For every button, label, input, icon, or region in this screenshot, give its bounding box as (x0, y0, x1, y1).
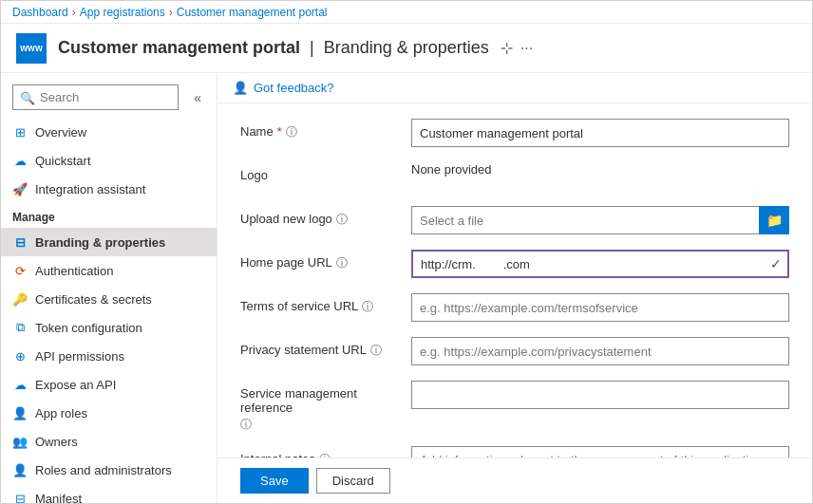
sidebar-label-certificates: Certificates & secrets (35, 292, 152, 307)
app-roles-icon: 👤 (12, 405, 28, 420)
sidebar-label-manifest: Manifest (35, 492, 82, 504)
form-row-service-mgmt: Service management reference ⓘ (240, 381, 789, 433)
sidebar-label-authentication: Authentication (35, 264, 113, 278)
owners-icon: 👥 (12, 434, 28, 449)
app-icon: www (16, 33, 47, 64)
feedback-bar: 👤 Got feedback? (217, 73, 812, 103)
sidebar-item-roles-admin[interactable]: 👤 Roles and administrators (1, 456, 217, 484)
manage-section-label: Manage (1, 203, 217, 228)
search-input[interactable] (12, 84, 179, 110)
breadcrumb: Dashboard › App registrations › Customer… (1, 1, 812, 24)
label-name: Name * ⓘ (240, 119, 411, 140)
upload-logo-input[interactable] (411, 206, 759, 234)
section-title: Branding & properties (324, 38, 489, 58)
label-terms-url: Terms of service URL ⓘ (240, 293, 411, 315)
terms-url-input[interactable] (411, 293, 789, 322)
page-title: Customer management portal (58, 38, 300, 58)
certificates-icon: 🔑 (12, 291, 28, 307)
expose-api-icon: ☁ (12, 377, 28, 392)
search-icon: 🔍 (20, 90, 35, 104)
breadcrumb-app-registrations[interactable]: App registrations (80, 6, 165, 19)
sidebar-item-quickstart[interactable]: ☁ Quickstart (1, 146, 217, 175)
pin-icon[interactable]: ⊹ (501, 39, 513, 57)
content-area: 👤 Got feedback? Name * ⓘ (217, 73, 812, 503)
api-permissions-icon: ⊕ (12, 348, 28, 364)
form-row-homepage-url: Home page URL ⓘ ✓ (240, 250, 789, 280)
search-container: 🔍 (12, 84, 179, 110)
control-homepage-url: ✓ (411, 250, 789, 278)
integration-icon: 🚀 (12, 181, 28, 196)
folder-icon: 📁 (766, 213, 783, 228)
overview-icon: ⊞ (12, 124, 28, 140)
sidebar-item-app-roles[interactable]: 👤 App roles (1, 399, 217, 427)
terms-info-icon[interactable]: ⓘ (362, 299, 373, 315)
name-info-icon[interactable]: ⓘ (286, 124, 297, 140)
authentication-icon: ⟳ (12, 263, 28, 278)
logo-value: None provided (411, 157, 492, 177)
sidebar-item-api-permissions[interactable]: ⊕ API permissions (1, 342, 217, 370)
save-button[interactable]: Save (240, 468, 309, 494)
branding-icon: ⊟ (12, 234, 28, 250)
feedback-icon: 👤 (233, 81, 248, 95)
sidebar-item-overview[interactable]: ⊞ Overview (1, 118, 217, 146)
form-row-privacy-url: Privacy statement URL ⓘ (240, 337, 789, 367)
sidebar-item-certificates[interactable]: 🔑 Certificates & secrets (1, 285, 217, 313)
form-row-upload-logo: Upload new logo ⓘ 📁 (240, 206, 789, 236)
sidebar: 🔍 « ⊞ Overview ☁ Quickstart 🚀 Integratio… (1, 73, 217, 503)
privacy-url-input[interactable] (411, 337, 789, 365)
sidebar-item-integration[interactable]: 🚀 Integration assistant (1, 175, 217, 203)
sidebar-item-owners[interactable]: 👥 Owners (1, 427, 217, 456)
breadcrumb-dashboard[interactable]: Dashboard (12, 6, 68, 19)
sidebar-label-quickstart: Quickstart (35, 154, 91, 168)
form-row-internal-notes: Internal notes ⓘ (240, 446, 789, 457)
feedback-link[interactable]: Got feedback? (254, 81, 334, 95)
service-mgmt-info-icon[interactable]: ⓘ (240, 417, 252, 433)
page-header: www Customer management portal | Brandin… (1, 24, 812, 73)
name-input[interactable] (411, 119, 789, 147)
label-homepage-url: Home page URL ⓘ (240, 250, 411, 271)
upload-button[interactable]: 📁 (759, 206, 789, 234)
main-body: 🔍 « ⊞ Overview ☁ Quickstart 🚀 Integratio… (1, 73, 812, 503)
sidebar-label-owners: Owners (35, 435, 78, 449)
homepage-info-icon[interactable]: ⓘ (336, 255, 348, 271)
required-indicator: * (277, 124, 282, 139)
control-privacy-url (411, 337, 789, 365)
sidebar-label-api-permissions: API permissions (35, 349, 124, 364)
form-row-logo: Logo None provided (240, 162, 789, 193)
control-upload-logo: 📁 (411, 206, 789, 234)
app-icon-text: www (20, 43, 42, 53)
sidebar-label-overview: Overview (35, 125, 86, 140)
sidebar-item-expose-api[interactable]: ☁ Expose an API (1, 370, 217, 399)
url-check-icon: ✓ (770, 256, 782, 271)
sidebar-label-expose-api: Expose an API (35, 378, 116, 392)
app-container: Dashboard › App registrations › Customer… (0, 0, 813, 504)
form-footer: Save Discard (217, 457, 812, 503)
internal-notes-textarea[interactable] (411, 446, 789, 457)
more-icon[interactable]: ··· (520, 40, 533, 57)
control-name (411, 119, 789, 147)
control-terms-url (411, 293, 789, 322)
url-row: ✓ (411, 250, 789, 278)
sidebar-item-token[interactable]: ⧉ Token configuration (1, 313, 217, 342)
upload-row: 📁 (411, 206, 789, 234)
discard-button[interactable]: Discard (316, 468, 390, 494)
upload-logo-info-icon[interactable]: ⓘ (336, 212, 348, 228)
service-mgmt-input[interactable] (411, 381, 789, 409)
search-row: 🔍 « (1, 77, 217, 118)
sidebar-label-app-roles: App roles (35, 406, 87, 420)
privacy-info-icon[interactable]: ⓘ (370, 343, 382, 359)
manifest-icon: ⊟ (12, 491, 28, 503)
label-internal-notes: Internal notes ⓘ (240, 446, 411, 457)
sidebar-label-integration: Integration assistant (35, 182, 145, 196)
form-row-terms-url: Terms of service URL ⓘ (240, 293, 789, 324)
homepage-url-input[interactable] (411, 250, 789, 278)
form-row-name: Name * ⓘ (240, 119, 789, 149)
label-privacy-url: Privacy statement URL ⓘ (240, 337, 411, 359)
control-internal-notes (411, 446, 789, 457)
sidebar-item-branding[interactable]: ⊟ Branding & properties (1, 228, 217, 256)
sidebar-label-token: Token configuration (35, 321, 142, 335)
sidebar-item-manifest[interactable]: ⊟ Manifest (1, 484, 217, 503)
collapse-icon[interactable]: « (190, 86, 205, 109)
label-upload-logo: Upload new logo ⓘ (240, 206, 411, 228)
sidebar-item-authentication[interactable]: ⟳ Authentication (1, 256, 217, 285)
